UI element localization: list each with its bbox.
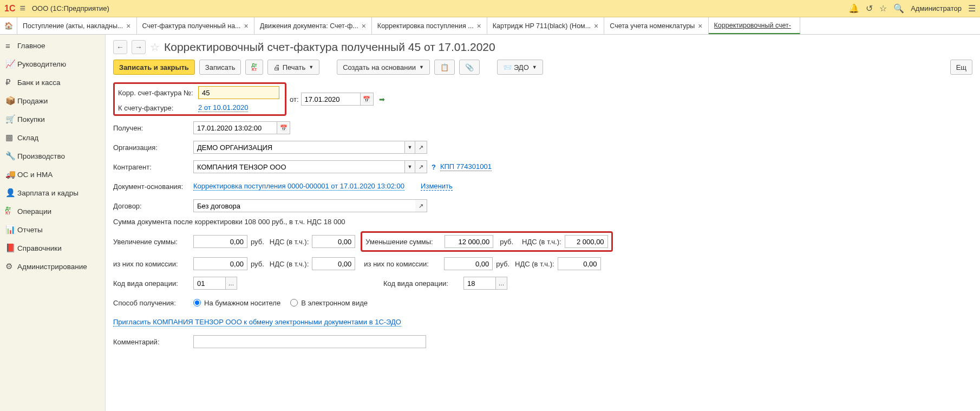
close-icon[interactable]: × bbox=[362, 22, 366, 30]
opcode1-select[interactable]: … bbox=[225, 277, 237, 290]
inc-vat-input[interactable] bbox=[312, 235, 355, 248]
comm-inc-amount-input[interactable] bbox=[193, 257, 247, 270]
calendar-button[interactable]: 📅 bbox=[361, 93, 374, 106]
copy-icon: 📋 bbox=[440, 63, 449, 71]
copy-button[interactable]: 📋 bbox=[434, 60, 455, 75]
save-button[interactable]: Записать bbox=[199, 60, 241, 75]
invite-edo-link[interactable]: Пригласить КОМПАНИЯ ТЕНЗОР ООО к обмену … bbox=[113, 318, 401, 327]
search-icon[interactable]: 🔍 bbox=[893, 3, 904, 14]
inc-amount-input[interactable] bbox=[193, 235, 247, 248]
dropdown-button[interactable]: ▼ bbox=[404, 160, 415, 173]
sidebar: ≡Главное 📈Руководителю ₽Банк и касса 📦Пр… bbox=[0, 35, 106, 411]
opcode2-input[interactable] bbox=[463, 277, 496, 290]
basis-change-link[interactable]: Изменить bbox=[421, 182, 453, 191]
sidebar-item-warehouse[interactable]: ▦Склад bbox=[0, 128, 105, 147]
edo-button[interactable]: 📨ЭДО▼ bbox=[497, 60, 543, 75]
comm-inc-vat-input[interactable] bbox=[312, 257, 355, 270]
sidebar-item-operations[interactable]: ДтКтОперации bbox=[0, 202, 105, 220]
sidebar-label: ОС и НМА bbox=[17, 171, 53, 179]
history-icon[interactable]: ↺ bbox=[866, 3, 873, 14]
close-icon[interactable]: × bbox=[244, 22, 249, 30]
cpty-input[interactable] bbox=[193, 160, 404, 173]
open-button[interactable]: ↗ bbox=[415, 160, 427, 173]
help-icon[interactable]: ? bbox=[432, 163, 436, 171]
dec-vat-input[interactable] bbox=[565, 235, 608, 248]
method-paper-radio[interactable]: На бумажном носителе bbox=[193, 299, 280, 307]
comm-dec-vat-input[interactable] bbox=[558, 257, 601, 270]
star-icon[interactable]: ☆ bbox=[879, 3, 887, 14]
sidebar-item-manager[interactable]: 📈Руководителю bbox=[0, 55, 105, 73]
sidebar-item-sales[interactable]: 📦Продажи bbox=[0, 92, 105, 110]
corr-num-input[interactable] bbox=[198, 86, 279, 99]
list-icon: ≡ bbox=[5, 41, 17, 50]
save-close-button[interactable]: Записать и закрыть bbox=[113, 60, 195, 75]
radio-input[interactable] bbox=[193, 299, 201, 306]
dec-label: Уменьшение суммы: bbox=[365, 238, 441, 246]
dropdown-button[interactable]: ▼ bbox=[404, 141, 415, 154]
comm-dec-amount-input[interactable] bbox=[444, 257, 493, 270]
close-icon[interactable]: × bbox=[477, 22, 481, 30]
close-icon[interactable]: × bbox=[126, 22, 130, 30]
cart-icon: 🛒 bbox=[5, 114, 17, 124]
sidebar-item-hr[interactable]: 👤Зарплата и кадры bbox=[0, 184, 105, 202]
basis-link[interactable]: Корректировка поступления 0000-000001 от… bbox=[193, 182, 404, 191]
sidebar-label: Операции bbox=[17, 207, 51, 216]
sidebar-item-purchases[interactable]: 🛒Покупки bbox=[0, 110, 105, 128]
contract-input[interactable] bbox=[193, 199, 415, 212]
sidebar-item-production[interactable]: 🔧Производство bbox=[0, 147, 105, 165]
radio-input[interactable] bbox=[290, 299, 298, 306]
opcode-label: Код вида операции: bbox=[113, 279, 193, 288]
opcode1-input[interactable] bbox=[193, 277, 226, 290]
org-input[interactable] bbox=[193, 141, 404, 154]
open-button[interactable]: ↗ bbox=[415, 141, 427, 154]
back-button[interactable]: ← bbox=[113, 40, 127, 54]
corr-date-input[interactable] bbox=[301, 93, 361, 106]
post-icon[interactable]: ➡ bbox=[379, 95, 385, 103]
opcode2-select[interactable]: … bbox=[495, 277, 507, 290]
print-button[interactable]: 🖨Печать▼ bbox=[267, 60, 320, 75]
open-button[interactable]: ↗ bbox=[415, 199, 427, 212]
sidebar-item-assets[interactable]: 🚚ОС и НМА bbox=[0, 165, 105, 184]
tab-2[interactable]: Движения документа: Счет-ф...× bbox=[254, 17, 372, 34]
comm-label: из них по комиссии: bbox=[113, 260, 193, 268]
tab-5[interactable]: Счета учета номенклатуры× bbox=[604, 17, 708, 34]
tab-6[interactable]: Корректировочный счет- bbox=[709, 17, 800, 34]
calendar-button[interactable]: 📅 bbox=[277, 121, 290, 134]
dtkt-icon: ДтКт bbox=[5, 206, 17, 216]
sidebar-item-bank[interactable]: ₽Банк и касса bbox=[0, 73, 105, 92]
tab-1[interactable]: Счет-фактура полученный на...× bbox=[137, 17, 254, 34]
bell-icon[interactable]: 🔔 bbox=[848, 3, 859, 14]
attach-button[interactable]: 📎 bbox=[459, 60, 480, 75]
kpp-link[interactable]: КПП 774301001 bbox=[440, 162, 492, 171]
close-icon[interactable]: × bbox=[594, 22, 598, 30]
to-invoice-link[interactable]: 2 от 10.01.2020 bbox=[198, 103, 248, 112]
dtkt-button[interactable]: ДтКт bbox=[245, 60, 263, 75]
menu-icon[interactable]: ≡ bbox=[19, 3, 25, 14]
received-input[interactable] bbox=[193, 121, 277, 134]
home-tab[interactable]: 🏠 bbox=[0, 17, 17, 34]
contract-label: Договор: bbox=[113, 202, 193, 210]
sidebar-item-main[interactable]: ≡Главное bbox=[0, 37, 105, 55]
create-based-button[interactable]: Создать на основании▼ bbox=[337, 60, 430, 75]
tab-3[interactable]: Корректировка поступления ...× bbox=[372, 17, 487, 34]
tab-4[interactable]: Картридж HP 711(black) (Ном...× bbox=[487, 17, 605, 34]
basis-label: Документ-основания: bbox=[113, 182, 193, 191]
vat-label: НДС (в т.ч.): bbox=[270, 260, 309, 268]
method-electronic-radio[interactable]: В электронном виде bbox=[290, 299, 368, 307]
tab-0[interactable]: Поступление (акты, накладны...× bbox=[17, 17, 137, 34]
bars-icon: 📊 bbox=[5, 225, 17, 234]
app-title: ООО (1С:Предприятие) bbox=[32, 4, 109, 12]
sidebar-item-refs[interactable]: 📕Справочники bbox=[0, 239, 105, 257]
sidebar-label: Справочники bbox=[17, 244, 62, 252]
forward-button[interactable]: → bbox=[132, 40, 146, 54]
favorite-icon[interactable]: ☆ bbox=[150, 41, 160, 54]
dec-amount-input[interactable] bbox=[445, 235, 493, 248]
org-label: Организация: bbox=[113, 143, 193, 152]
sidebar-item-admin[interactable]: ⚙Администрирование bbox=[0, 257, 105, 276]
settings-lines-icon[interactable]: ☰ bbox=[968, 3, 976, 14]
user-label[interactable]: Администратор bbox=[911, 4, 962, 12]
close-icon[interactable]: × bbox=[698, 22, 702, 30]
comment-input[interactable] bbox=[193, 335, 426, 348]
sidebar-item-reports[interactable]: 📊Отчеты bbox=[0, 220, 105, 239]
more-button[interactable]: Ещ bbox=[950, 60, 972, 75]
